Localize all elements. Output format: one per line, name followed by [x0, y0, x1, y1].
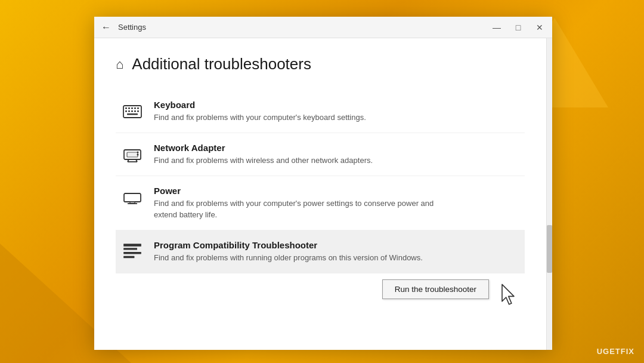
svg-rect-16	[127, 152, 138, 157]
window-controls: — □ ✕	[491, 23, 545, 32]
svg-rect-19	[124, 193, 141, 202]
watermark: UGETFIX	[597, 347, 634, 356]
power-text: Power Find and fix problems with your co…	[154, 186, 519, 220]
list-item[interactable]: Keyboard Find and fix problems with your…	[116, 90, 525, 133]
keyboard-text: Keyboard Find and fix problems with your…	[154, 100, 519, 123]
svg-point-18	[137, 154, 139, 156]
keyboard-icon	[122, 101, 143, 122]
compatibility-text: Program Compatibility Troubleshooter Fin…	[154, 240, 519, 263]
svg-rect-11	[127, 113, 138, 115]
page-header: ⌂ Additional troubleshooters	[116, 55, 525, 73]
svg-rect-3	[131, 107, 133, 109]
power-icon	[122, 187, 143, 208]
minimize-button[interactable]: —	[491, 23, 502, 32]
svg-rect-1	[125, 107, 127, 109]
list-item[interactable]: Network Adapter Find and fix problems wi…	[116, 133, 525, 176]
title-bar: ← Settings — □ ✕	[94, 17, 552, 38]
keyboard-desc: Find and fix problems with your computer…	[154, 112, 452, 123]
compatibility-icon	[122, 241, 143, 263]
svg-rect-5	[137, 107, 139, 109]
settings-window: ← Settings — □ ✕ ⌂ Additional troublesho…	[94, 17, 552, 350]
cursor-icon	[496, 282, 520, 306]
network-text: Network Adapter Find and fix problems wi…	[154, 143, 519, 166]
power-desc: Find and fix problems with your computer…	[154, 198, 452, 220]
svg-rect-6	[125, 110, 127, 112]
svg-rect-8	[131, 110, 133, 112]
network-icon	[122, 144, 143, 165]
maximize-button[interactable]: □	[513, 23, 524, 32]
svg-rect-7	[128, 110, 130, 112]
svg-rect-9	[134, 110, 136, 112]
back-button[interactable]: ←	[101, 22, 111, 33]
svg-rect-2	[128, 107, 130, 109]
svg-rect-23	[123, 248, 137, 250]
scrollbar-thumb[interactable]	[547, 225, 552, 273]
power-title: Power	[154, 186, 519, 196]
compatibility-title: Program Compatibility Troubleshooter	[154, 240, 519, 250]
svg-rect-4	[134, 107, 136, 109]
compatibility-desc: Find and fix problems with running older…	[154, 253, 452, 263]
list-item[interactable]: Power Find and fix problems with your co…	[116, 176, 525, 230]
svg-point-17	[137, 152, 139, 153]
svg-rect-22	[123, 244, 141, 247]
home-icon: ⌂	[116, 57, 123, 72]
content-area: ⌂ Additional troubleshooters	[94, 38, 552, 350]
svg-rect-10	[137, 110, 139, 112]
network-desc: Find and fix problems with wireless and …	[154, 155, 452, 166]
svg-rect-24	[123, 252, 141, 254]
svg-rect-25	[123, 256, 134, 258]
run-troubleshooter-button[interactable]: Run the troubleshooter	[382, 279, 489, 299]
window-title: Settings	[118, 23, 491, 32]
main-content: ⌂ Additional troubleshooters	[94, 38, 546, 350]
network-title: Network Adapter	[154, 143, 519, 153]
run-button-row: Run the troubleshooter	[116, 279, 525, 299]
page-title: Additional troubleshooters	[132, 55, 311, 73]
scrollbar[interactable]	[546, 38, 552, 350]
list-item[interactable]: Program Compatibility Troubleshooter Fin…	[116, 230, 525, 273]
troubleshooter-list: Keyboard Find and fix problems with your…	[116, 90, 525, 273]
close-button[interactable]: ✕	[534, 23, 545, 32]
keyboard-title: Keyboard	[154, 100, 519, 110]
